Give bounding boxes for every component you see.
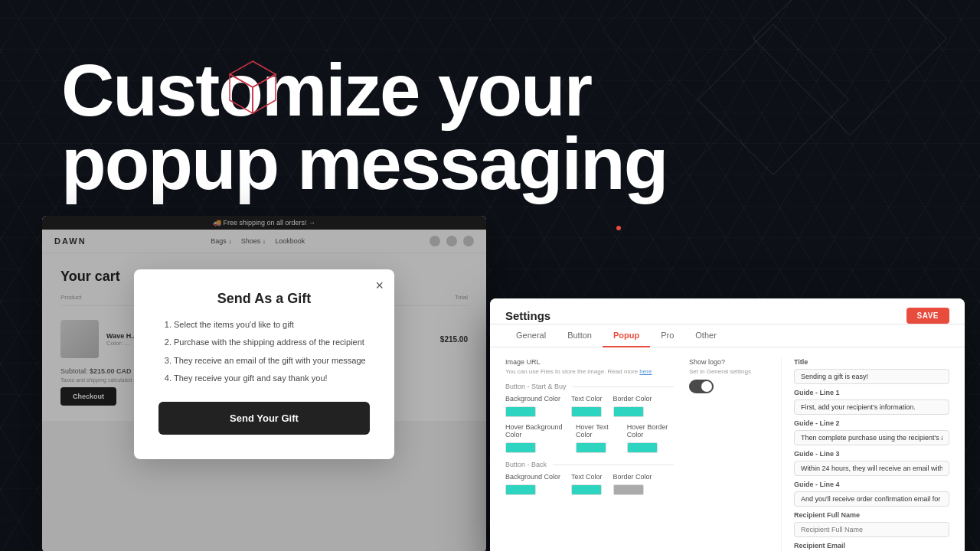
settings-right-col: Title Guide - Line 1 Guide - Line 2 Guid… [781, 358, 949, 551]
hero-section: Customize your popup messaging [61, 54, 667, 201]
image-url-group: Image URL You can use Files to store the… [505, 358, 674, 375]
settings-header: Settings SAVE [490, 298, 965, 324]
cube-icon [222, 57, 283, 129]
back-bg-label: Background Color [505, 473, 560, 481]
hover-text-item: Hover Text Color [576, 423, 616, 453]
show-logo-toggle[interactable] [689, 380, 714, 393]
svg-marker-2 [253, 74, 276, 113]
guide1-label: Guide - Line 1 [794, 389, 949, 396]
back-bg-color-item: Background Color [505, 473, 560, 495]
text-color-label: Text Color [571, 395, 603, 403]
tab-other[interactable]: Other [684, 324, 727, 347]
bg-color-swatch[interactable] [505, 406, 536, 417]
recipient-name-input[interactable] [794, 522, 949, 537]
modal-overlay: × Send As a Gift Select the items you'd … [42, 216, 486, 551]
guide3-input[interactable] [794, 461, 949, 476]
btn-start-section-label: Button - Start & Buy [505, 383, 674, 390]
guide4-label: Guide - Line 4 [794, 481, 949, 488]
border-color-swatch[interactable] [613, 406, 644, 417]
gift-modal: × Send As a Gift Select the items you'd … [134, 269, 394, 459]
tab-general[interactable]: General [505, 324, 557, 347]
svg-marker-0 [230, 61, 276, 87]
guide2-input[interactable] [794, 430, 949, 445]
guide1-input[interactable] [794, 399, 949, 415]
back-bg-swatch[interactable] [505, 484, 536, 495]
btn-start-hover-colors: Hover Background Color Hover Text Color … [505, 423, 674, 453]
back-border-swatch[interactable] [613, 484, 644, 495]
bg-color-label: Background Color [505, 395, 560, 403]
hero-line1: Customize your [61, 54, 667, 127]
btn-start-colors: Background Color Text Color Border Color [505, 395, 674, 417]
modal-title: Send As a Gift [158, 291, 370, 307]
modal-step-3: They receive an email of the gift with y… [174, 355, 370, 367]
send-gift-button[interactable]: Send Your Gift [158, 402, 370, 435]
back-border-label: Border Color [613, 473, 652, 481]
settings-left-col: Image URL You can use Files to store the… [505, 358, 674, 551]
border-color-item: Border Color [613, 395, 652, 417]
settings-tabs: General Button Popup Pro Other [490, 324, 965, 347]
hover-border-swatch[interactable] [627, 442, 658, 453]
back-text-label: Text Color [571, 473, 603, 481]
hover-border-label: Hover Border Color [627, 423, 674, 439]
show-logo-desc: Set in General settings [689, 368, 766, 375]
image-url-desc: You can use Files to store the image. Re… [505, 368, 674, 375]
hero-title: Customize your popup messaging [61, 54, 667, 201]
save-button[interactable]: SAVE [906, 308, 950, 324]
modal-step-1: Select the items you'd like to gift [174, 319, 370, 331]
text-color-swatch[interactable] [571, 406, 602, 417]
hover-text-label: Hover Text Color [576, 423, 616, 439]
btn-back-section-label: Button - Back [505, 461, 674, 468]
settings-body: Image URL You can use Files to store the… [490, 347, 965, 551]
back-text-color-item: Text Color [571, 473, 603, 495]
back-border-color-item: Border Color [613, 473, 652, 495]
btn-back-colors: Background Color Text Color Border Color [505, 473, 674, 495]
title-field-label: Title [794, 358, 949, 366]
tab-popup[interactable]: Popup [603, 324, 650, 347]
guide3-label: Guide - Line 3 [794, 450, 949, 458]
modal-step-2: Purchase with the shipping address of th… [174, 337, 370, 348]
guide4-input[interactable] [794, 491, 949, 507]
hover-bg-swatch[interactable] [505, 442, 536, 453]
show-logo-label: Show logo? [689, 358, 766, 366]
svg-marker-1 [230, 74, 253, 113]
tab-button[interactable]: Button [557, 324, 603, 347]
title-input[interactable] [794, 369, 949, 384]
modal-close-button[interactable]: × [375, 279, 384, 292]
bg-color-item: Background Color [505, 395, 560, 417]
settings-screenshot: Settings SAVE General Button Popup Pro O… [490, 298, 965, 551]
settings-title: Settings [505, 309, 550, 322]
hover-bg-item: Hover Background Color [505, 423, 565, 453]
settings-middle-col: Show logo? Set in General settings [689, 358, 766, 551]
hover-border-item: Hover Border Color [627, 423, 674, 453]
guide2-label: Guide - Line 2 [794, 419, 949, 427]
modal-step-4: They receive your gift and say thank you… [174, 373, 370, 384]
store-screenshot: 🚚 Free shipping on all orders! → DAWN Ba… [42, 216, 486, 551]
image-url-label: Image URL [505, 358, 674, 366]
border-color-label: Border Color [613, 395, 652, 403]
hover-bg-label: Hover Background Color [505, 423, 565, 439]
tab-pro[interactable]: Pro [650, 324, 684, 347]
text-color-item: Text Color [571, 395, 603, 417]
hover-text-swatch[interactable] [576, 442, 606, 453]
recipient-name-label: Recipient Full Name [794, 511, 949, 519]
hero-line2: popup messaging [61, 127, 667, 201]
recipient-email-label: Recipient Email [794, 542, 949, 549]
back-text-swatch[interactable] [571, 484, 602, 495]
red-dot-decoration [616, 226, 621, 230]
modal-steps: Select the items you'd like to gift Purc… [158, 319, 370, 385]
